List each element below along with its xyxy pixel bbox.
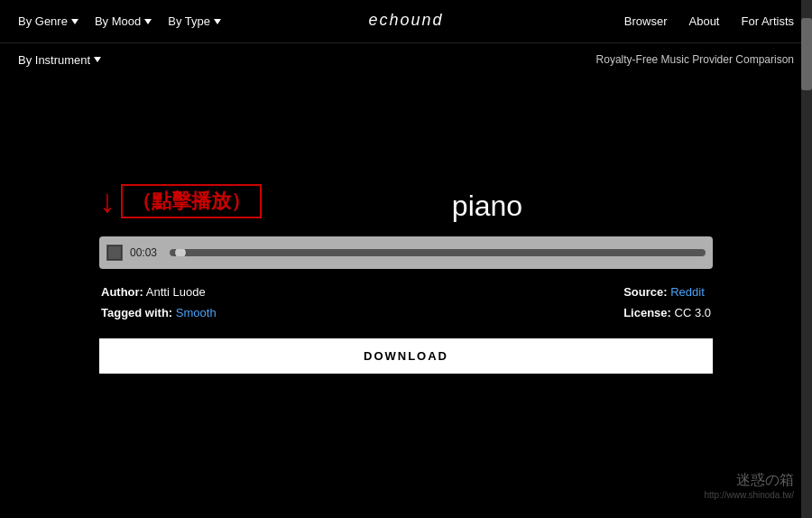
brand-logo[interactable]: echound	[368, 11, 443, 30]
watermark-url: http://www.shinoda.tw/	[705, 490, 795, 500]
source-value: Reddit	[670, 285, 705, 299]
royalty-free-comparison-link[interactable]: Royalty-Free Music Provider Comparison	[596, 53, 794, 66]
nav-by-genre[interactable]: By Genre	[18, 14, 78, 28]
track-metadata: Author: Antti Luode Tagged with: Smooth …	[99, 282, 713, 324]
author-value-text: Antti Luode	[146, 285, 206, 299]
watermark: 迷惑の箱 http://www.shinoda.tw/	[705, 471, 795, 500]
click-hint-text: （點擊播放）	[121, 184, 262, 218]
source-label: Source:	[623, 285, 667, 299]
title-row: ↓ （點擊播放） piano	[99, 184, 713, 227]
watermark-text: 迷惑の箱	[705, 471, 795, 490]
license-value: CC 3.0	[675, 306, 711, 319]
author-label: Author:	[101, 285, 143, 299]
scrollbar-thumb[interactable]	[801, 18, 812, 90]
chevron-down-icon	[214, 19, 221, 24]
meta-right: Source: Reddit License: CC 3.0	[623, 282, 711, 324]
scrollbar-track[interactable]	[801, 0, 812, 518]
nav-browser-link[interactable]: Browser	[624, 14, 668, 28]
license-label: License:	[623, 306, 671, 319]
nav-left: By Genre By Mood By Type	[18, 14, 221, 28]
progress-bar[interactable]	[170, 249, 706, 256]
track-section: ↓ （點擊播放） piano 00:03 Author: Antti Luode	[99, 184, 713, 374]
secondary-nav: By Instrument Royalty-Free Music Provide…	[0, 43, 812, 76]
top-nav: By Genre By Mood By Type echound Browser…	[0, 0, 812, 43]
tagged-row: Tagged with: Smooth	[101, 302, 217, 323]
source-row: Source: Reddit	[623, 282, 711, 302]
nav-by-instrument[interactable]: By Instrument	[18, 53, 101, 67]
chevron-down-icon	[94, 57, 101, 62]
play-button-icon	[108, 246, 121, 259]
meta-left: Author: Antti Luode Tagged with: Smooth	[101, 282, 217, 324]
secondary-left: By Instrument	[18, 53, 101, 67]
tagged-value: Smooth	[176, 306, 217, 319]
track-title: piano	[262, 190, 713, 223]
author-row: Author: Antti Luode	[101, 282, 217, 302]
tagged-label: Tagged with:	[101, 306, 172, 319]
nav-by-mood[interactable]: By Mood	[95, 14, 152, 28]
chevron-down-icon	[144, 19, 152, 24]
download-button[interactable]: DOWNLOAD	[99, 338, 713, 374]
down-arrow-icon: ↓	[99, 185, 115, 217]
license-row: License: CC 3.0	[623, 302, 711, 323]
chevron-down-icon	[71, 19, 78, 24]
play-button[interactable]	[106, 245, 123, 261]
main-content: ↓ （點擊播放） piano 00:03 Author: Antti Luode	[0, 148, 812, 392]
nav-for-artists-link[interactable]: For Artists	[741, 14, 794, 28]
nav-by-type[interactable]: By Type	[168, 14, 221, 28]
nav-right: Browser About For Artists	[624, 14, 794, 28]
player-bar: 00:03	[99, 236, 713, 269]
time-display: 00:03	[130, 246, 162, 259]
progress-track	[170, 249, 706, 256]
nav-about-link[interactable]: About	[689, 14, 720, 28]
play-hint-row: ↓ （點擊播放）	[99, 184, 262, 218]
progress-thumb	[175, 249, 186, 256]
